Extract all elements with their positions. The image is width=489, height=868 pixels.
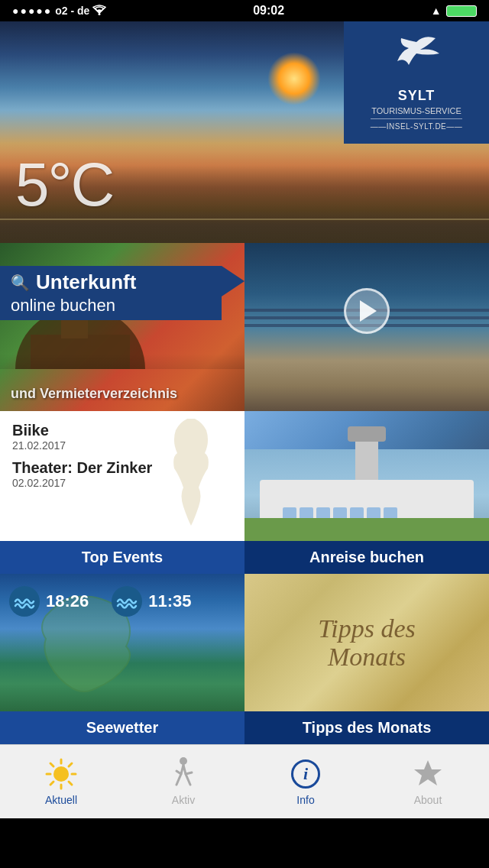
logo-box: SYLT TOURISMUS-SERVICE ——INSEL-SYLT.DE—— xyxy=(344,21,489,144)
webcams-video-area[interactable] xyxy=(244,243,489,379)
about-star-icon xyxy=(411,757,445,791)
tipps-label[interactable]: Tipps des Monats xyxy=(244,711,489,744)
svg-point-9 xyxy=(53,766,69,782)
svg-line-6 xyxy=(69,782,72,785)
temperature-display: 5°C xyxy=(15,150,113,220)
tipps-section[interactable]: Tipps des Monats xyxy=(244,574,489,711)
tab-info[interactable]: i Info xyxy=(244,745,367,818)
signal-dots: ●●●●● xyxy=(12,5,52,17)
play-button[interactable] xyxy=(344,288,390,334)
logo-bird-icon xyxy=(386,34,447,83)
anreise-section[interactable] xyxy=(244,411,489,541)
time-display: 09:02 xyxy=(253,4,284,18)
sylt-map-icon xyxy=(160,415,237,533)
seewetter-section[interactable]: 18:26 11:35 xyxy=(0,574,244,711)
play-triangle-icon xyxy=(360,300,377,322)
svg-point-0 xyxy=(99,13,101,15)
service-name: TOURISMUS-SERVICE xyxy=(371,106,461,115)
wifi-icon xyxy=(92,5,106,18)
tab-aktuell[interactable]: Aktuell xyxy=(0,745,122,818)
info-icon: i xyxy=(289,757,322,791)
top-events-label[interactable]: Top Events xyxy=(0,541,244,574)
about-label: About xyxy=(414,794,442,806)
anreise-label[interactable]: Anreise buchen xyxy=(244,541,489,574)
brand-name: SYLT xyxy=(398,88,436,105)
hero-section: 5°C SYLT TOURISMUS-SERVICE ——INSEL-SYLT.… xyxy=(0,21,489,243)
events-row: Biike 21.02.2017 Theater: Der Zinker 02.… xyxy=(0,411,489,541)
tide-item-2: 11:35 xyxy=(112,586,191,617)
webcams-section[interactable]: Webcams xyxy=(244,243,489,411)
seewetter-row: 18:26 11:35 Tipps des Monats xyxy=(0,574,489,711)
tab-about[interactable]: About xyxy=(367,745,489,818)
main-grid-row-1: 🔍 Unterkunft online buchen und Vermieter… xyxy=(0,243,489,411)
high-tide-icon xyxy=(9,586,40,617)
tipps-line-1: Tipps des xyxy=(318,614,416,643)
carrier-label: o2 - de xyxy=(55,5,89,17)
search-icon: 🔍 xyxy=(11,274,30,292)
events-left: Biike 21.02.2017 Theater: Der Zinker 02.… xyxy=(0,411,244,541)
tipps-line-2: Monats xyxy=(318,643,416,671)
website-url: ——INSEL-SYLT.DE—— xyxy=(371,118,463,131)
seewetter-label-bar: Seewetter Tipps des Monats xyxy=(0,711,489,744)
unterkunft-title: Unterkunft xyxy=(36,270,136,294)
aktiv-hiker-icon xyxy=(167,757,200,791)
events-label-bar: Top Events Anreise buchen xyxy=(0,541,489,574)
aktiv-label: Aktiv xyxy=(172,794,195,806)
unterkunft-footer: und Vermieterverzeichnis xyxy=(11,386,177,402)
tab-aktiv[interactable]: Aktiv xyxy=(122,745,244,818)
tide-item-1: 18:26 xyxy=(9,586,89,617)
seewetter-label[interactable]: Seewetter xyxy=(0,711,244,744)
aktuell-sun-icon xyxy=(44,757,78,791)
aktuell-label: Aktuell xyxy=(45,794,77,806)
battery-icon: ████ xyxy=(446,5,477,17)
info-label: Info xyxy=(296,794,314,806)
tipps-text: Tipps des Monats xyxy=(318,614,416,672)
low-tide-time: 11:35 xyxy=(148,591,191,611)
svg-line-5 xyxy=(50,763,53,766)
low-tide-icon xyxy=(112,586,142,617)
unterkunft-section[interactable]: 🔍 Unterkunft online buchen und Vermieter… xyxy=(0,243,244,411)
status-left: ●●●●● o2 - de xyxy=(12,5,106,18)
tide-info: 18:26 11:35 xyxy=(9,586,235,617)
svg-line-7 xyxy=(69,763,72,766)
svg-line-8 xyxy=(50,782,53,785)
status-bar: ●●●●● o2 - de 09:02 ▲ ████ xyxy=(0,0,489,21)
tab-bar: Aktuell Aktiv i Info About xyxy=(0,744,489,818)
unterkunft-banner: 🔍 Unterkunft online buchen xyxy=(0,266,222,320)
svg-marker-11 xyxy=(414,760,442,785)
unterkunft-subtitle: online buchen xyxy=(11,296,211,316)
status-right: ▲ ████ xyxy=(431,5,477,17)
location-icon: ▲ xyxy=(431,5,442,17)
high-tide-time: 18:26 xyxy=(46,591,89,611)
